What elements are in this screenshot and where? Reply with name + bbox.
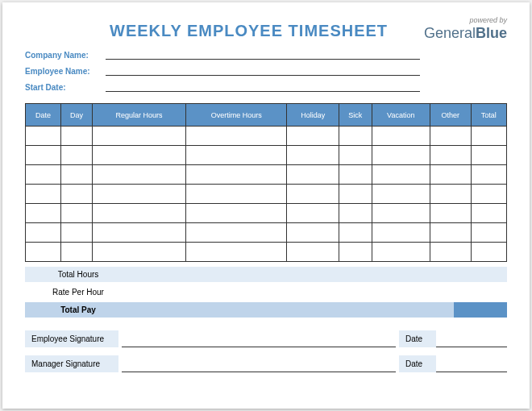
employee-signature-input[interactable]	[122, 330, 396, 347]
start-date-label: Start Date:	[25, 83, 106, 92]
total-hours-label: Total Hours	[25, 267, 131, 282]
manager-date-input[interactable]	[436, 355, 507, 372]
start-date-row: Start Date:	[25, 82, 507, 92]
manager-date-label: Date	[399, 355, 436, 372]
start-date-input[interactable]	[106, 82, 420, 92]
total-pay-row: Total Pay	[25, 302, 507, 318]
employee-date-label: Date	[399, 330, 436, 347]
brand-logo: powered by GeneralBlue	[424, 17, 507, 40]
employee-date-input[interactable]	[436, 330, 507, 347]
total-hours-cells	[131, 267, 507, 282]
col-regular-hours: Regular Hours	[92, 104, 185, 127]
brand-name: GeneralBlue	[424, 26, 507, 40]
table-row	[26, 127, 507, 146]
manager-signature-input[interactable]	[122, 355, 396, 372]
table-row	[26, 165, 507, 185]
signature-block: Employee Signature Date Manager Signatur…	[25, 330, 507, 372]
table-row	[26, 204, 507, 223]
timesheet-table: Date Day Regular Hours Overtime Hours Ho…	[25, 103, 507, 262]
summary-block: Total Hours Rate Per Hour Total Pay	[25, 267, 507, 318]
company-name-label: Company Name:	[25, 51, 106, 60]
table-header-row: Date Day Regular Hours Overtime Hours Ho…	[26, 104, 507, 127]
employee-name-label: Employee Name:	[25, 67, 106, 76]
employee-signature-label: Employee Signature	[25, 330, 118, 347]
col-sick: Sick	[339, 104, 372, 127]
manager-signature-row: Manager Signature Date	[25, 355, 507, 372]
col-total: Total	[471, 104, 506, 127]
table-row	[26, 243, 507, 262]
company-name-input[interactable]	[106, 50, 420, 60]
manager-signature-label: Manager Signature	[25, 355, 118, 372]
table-row	[26, 185, 507, 204]
company-name-row: Company Name:	[25, 50, 507, 60]
brand-powered-by: powered by	[424, 17, 507, 24]
col-date: Date	[26, 104, 61, 127]
brand-general: General	[424, 25, 476, 41]
timesheet-page: WEEKLY EMPLOYEE TIMESHEET powered by Gen…	[2, 2, 530, 409]
rate-per-hour-cells	[131, 284, 507, 300]
employee-name-input[interactable]	[106, 66, 420, 76]
employee-name-row: Employee Name:	[25, 66, 507, 76]
col-overtime-hours: Overtime Hours	[186, 104, 287, 127]
total-pay-label: Total Pay	[25, 302, 131, 318]
table-row	[26, 146, 507, 165]
total-hours-row: Total Hours	[25, 267, 507, 282]
employee-signature-row: Employee Signature Date	[25, 330, 507, 347]
total-pay-cells	[131, 302, 507, 318]
total-pay-accent	[454, 302, 507, 318]
table-row	[26, 223, 507, 243]
col-day: Day	[61, 104, 93, 127]
col-vacation: Vacation	[372, 104, 430, 127]
rate-per-hour-label: Rate Per Hour	[25, 284, 131, 300]
header: WEEKLY EMPLOYEE TIMESHEET powered by Gen…	[25, 17, 507, 40]
table-body	[26, 127, 507, 262]
rate-per-hour-row: Rate Per Hour	[25, 284, 507, 300]
col-holiday: Holiday	[287, 104, 339, 127]
brand-blue: Blue	[476, 25, 507, 41]
col-other: Other	[430, 104, 472, 127]
page-title: WEEKLY EMPLOYEE TIMESHEET	[110, 22, 388, 40]
